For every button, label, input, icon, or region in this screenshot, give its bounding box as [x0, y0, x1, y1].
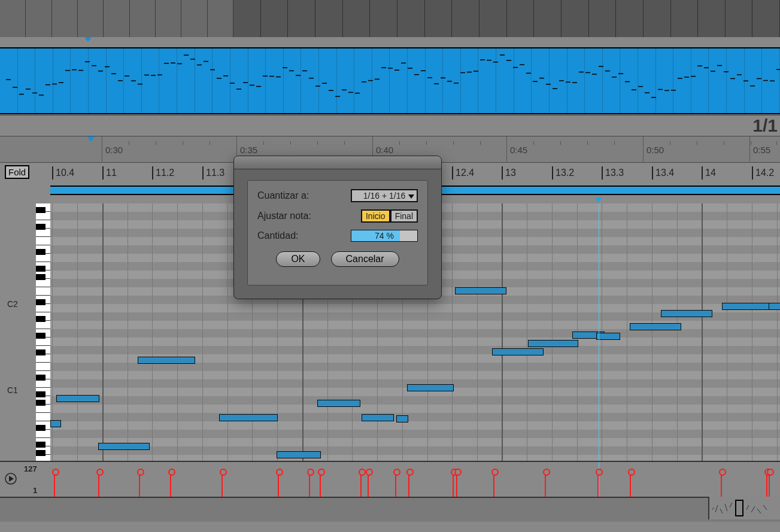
key-label-c2: C2 [7, 299, 18, 309]
midi-note[interactable] [362, 414, 394, 421]
arrangement-grid-right [233, 0, 780, 37]
velocity-marker[interactable] [721, 472, 722, 497]
playhead-marker-icon[interactable] [595, 197, 602, 202]
amount-slider[interactable]: 74 % [351, 230, 418, 242]
quantize-to-label: Cuantizar a: [257, 190, 351, 201]
velocity-marker[interactable] [54, 472, 55, 497]
play-icon[interactable] [5, 473, 17, 485]
svg-line-132 [757, 509, 761, 513]
time-ruler-label: 0:30 [105, 145, 123, 155]
velocity-max-label: 127 [24, 464, 37, 473]
midi-note[interactable] [492, 348, 544, 355]
velocity-marker[interactable] [170, 472, 171, 497]
arrangement-grid-left [0, 0, 233, 37]
midi-note[interactable] [50, 420, 61, 427]
velocity-marker[interactable] [456, 472, 457, 497]
midi-note[interactable] [528, 340, 578, 347]
velocity-marker[interactable] [630, 472, 631, 497]
time-ruler-label: 0:40 [376, 145, 393, 155]
midi-clip-waveform [0, 48, 780, 115]
quantize-dialog: Cuantizar a: 1/16 + 1/16 Ajustar nota: I… [233, 156, 442, 299]
midi-note[interactable] [596, 333, 620, 340]
svg-line-127 [725, 504, 727, 511]
velocity-lane[interactable]: 127 1 [0, 461, 780, 497]
svg-line-125 [715, 505, 718, 512]
midi-note[interactable] [722, 303, 773, 310]
loop-marker-icon[interactable] [87, 136, 95, 142]
beat-ruler-label: 14.2 [752, 166, 774, 180]
midi-note[interactable] [56, 395, 99, 402]
velocity-marker[interactable] [221, 472, 223, 497]
beat-ruler-label: 11.3 [202, 166, 224, 180]
beat-ruler-label: 11.2 [152, 166, 174, 180]
svg-rect-129 [736, 500, 743, 516]
adjust-note-label: Ajustar nota: [257, 211, 361, 221]
beat-ruler-label: 14 [702, 166, 716, 180]
key-label-c1: C1 [7, 385, 18, 395]
adjust-end-toggle[interactable]: Final [390, 209, 418, 223]
bottom-minimap[interactable] [708, 497, 780, 519]
midi-note[interactable] [396, 415, 408, 422]
clip-overview[interactable] [0, 41, 780, 115]
midi-note[interactable] [277, 451, 321, 458]
velocity-marker[interactable] [597, 472, 599, 497]
amount-label: Cantidad: [257, 230, 351, 241]
beat-ruler-label: 12.4 [452, 166, 474, 180]
dialog-titlebar[interactable] [234, 156, 441, 169]
midi-note[interactable] [769, 303, 780, 310]
svg-line-128 [730, 503, 732, 507]
midi-note[interactable] [98, 443, 150, 450]
beat-ruler-label: 10.4 [52, 166, 74, 180]
svg-line-124 [712, 507, 714, 510]
time-ruler-label: 0:45 [510, 145, 527, 155]
velocity-marker[interactable] [769, 472, 770, 497]
midi-note[interactable] [407, 384, 454, 391]
velocity-playhead [599, 462, 599, 498]
beat-ruler-label: 11 [102, 166, 117, 180]
midi-note[interactable] [661, 310, 712, 317]
quantize-resolution-value: 1/16 + 1/16 [363, 191, 405, 200]
adjust-start-toggle[interactable]: Inicio [361, 209, 390, 223]
velocity-marker[interactable] [320, 472, 321, 497]
piano-keyboard[interactable] [36, 203, 50, 461]
velocity-marker[interactable] [545, 472, 546, 497]
velocity-min-label: 1 [33, 486, 37, 495]
midi-note[interactable] [630, 323, 681, 330]
velocity-marker[interactable] [139, 472, 140, 497]
velocity-marker[interactable] [360, 472, 362, 497]
cancel-button[interactable]: Cancelar [331, 251, 399, 267]
beat-ruler-label: 13.2 [552, 166, 574, 180]
svg-line-133 [763, 505, 767, 510]
velocity-marker[interactable] [395, 472, 396, 497]
time-ruler-label: 0:35 [240, 145, 257, 155]
midi-note[interactable] [138, 357, 195, 364]
quantize-resolution-select[interactable]: 1/16 + 1/16 [351, 189, 418, 202]
grid-resolution-label: 1/1 [752, 115, 778, 136]
velocity-marker[interactable] [278, 472, 279, 497]
velocity-marker[interactable] [493, 472, 494, 497]
beat-ruler-label: 13 [502, 166, 516, 180]
midi-note[interactable] [219, 414, 278, 421]
midi-note[interactable] [455, 287, 506, 294]
midi-clip-overview[interactable] [0, 47, 780, 114]
beat-ruler-label: 13.3 [602, 166, 624, 180]
bottom-scrollbar[interactable] [0, 497, 780, 522]
amount-value: 74 % [351, 230, 417, 241]
ok-button[interactable]: OK [276, 251, 320, 267]
svg-line-126 [720, 509, 723, 513]
grid-resolution-row [0, 115, 780, 136]
velocity-marker[interactable] [766, 472, 767, 497]
velocity-marker[interactable] [368, 472, 369, 497]
velocity-marker[interactable] [408, 472, 409, 497]
time-ruler-label: 0:55 [753, 145, 770, 155]
svg-line-131 [751, 506, 755, 512]
fold-button[interactable]: Fold [5, 165, 29, 179]
velocity-marker[interactable] [309, 472, 310, 497]
velocity-marker[interactable] [98, 472, 99, 497]
playhead[interactable] [599, 203, 599, 461]
svg-line-130 [746, 505, 749, 510]
time-ruler-label: 0:50 [647, 145, 664, 155]
velocity-marker[interactable] [453, 472, 454, 497]
midi-note[interactable] [317, 400, 360, 407]
beat-ruler-label: 13.4 [652, 166, 674, 180]
